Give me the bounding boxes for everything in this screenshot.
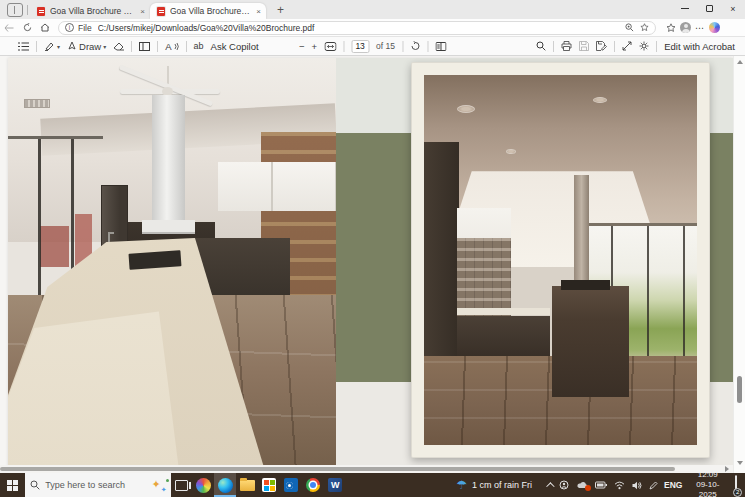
minimize-button[interactable]: [673, 0, 697, 17]
sound-waves-icon: [174, 42, 179, 51]
copilot-app-button[interactable]: [192, 473, 214, 497]
refresh-icon: [23, 23, 32, 32]
pen-tray-icon[interactable]: [649, 481, 658, 490]
search-placeholder: Type here to search: [45, 480, 146, 490]
taskbar-search-box[interactable]: Type here to search ✦ ✦: [25, 473, 170, 497]
restore-icon: [706, 5, 713, 12]
search-document-button[interactable]: [536, 41, 546, 51]
save-as-button[interactable]: [596, 41, 607, 51]
word-button[interactable]: W: [324, 473, 346, 497]
start-button[interactable]: [0, 473, 25, 497]
toolbar-separator: [343, 41, 344, 52]
add-text-button[interactable]: ab: [194, 41, 204, 51]
settings-more-button[interactable]: ⋯: [695, 23, 705, 33]
edit-with-acrobat-button[interactable]: Edit with Acrobat: [664, 41, 735, 52]
profile-avatar[interactable]: [680, 22, 691, 33]
highlight-button[interactable]: ▾: [44, 41, 60, 51]
kitchen-photo-left: [8, 58, 336, 467]
restore-button[interactable]: [697, 0, 721, 17]
favorite-star-icon[interactable]: [640, 23, 649, 32]
zoom-in-button[interactable]: +: [312, 41, 318, 52]
hidden-icons-chevron[interactable]: [546, 482, 554, 490]
tab-goa-villa-brochure[interactable]: Goa Villa Brochure.pdf ×: [150, 3, 266, 19]
scroll-down-arrow[interactable]: [737, 461, 743, 465]
notification-count-badge: 2: [733, 488, 742, 497]
copilot-color-icon: [196, 478, 211, 493]
page-number-input[interactable]: [351, 40, 369, 53]
windows-taskbar: Type here to search ✦ ✦ W ☂ 1 cm of rain…: [0, 473, 745, 497]
browser-window: Goa Villa Brochure -2.pdf × Goa Villa Br…: [0, 0, 745, 497]
vertical-scrollbar[interactable]: [733, 56, 745, 473]
draw-button[interactable]: Draw ▾: [67, 41, 106, 52]
scroll-right-arrow[interactable]: [725, 466, 729, 472]
chevron-down-icon: ▾: [103, 43, 106, 50]
pdf-page-13: [8, 58, 733, 467]
chrome-button[interactable]: [302, 473, 324, 497]
minimize-icon: [681, 8, 689, 9]
rotate-button[interactable]: [410, 41, 420, 51]
edge-app-button[interactable]: [214, 473, 236, 497]
save-as-icon: [596, 41, 607, 51]
tab-close-icon[interactable]: ×: [256, 7, 261, 16]
kitchen-island: [552, 286, 628, 397]
outlook-button[interactable]: [280, 473, 302, 497]
onedrive-tray-icon[interactable]: [576, 481, 588, 489]
zoom-page-icon[interactable]: [625, 23, 634, 32]
scroll-up-arrow[interactable]: [737, 60, 743, 64]
pdf-settings-button[interactable]: [639, 41, 649, 51]
vertical-scrollbar-thumb[interactable]: [737, 376, 742, 403]
read-aloud-button[interactable]: A: [165, 41, 178, 52]
language-indicator[interactable]: ENG: [664, 480, 682, 490]
microsoft-store-button[interactable]: [258, 473, 280, 497]
table-of-contents-button[interactable]: [18, 42, 29, 51]
fullscreen-button[interactable]: [622, 41, 632, 51]
horizontal-scrollbar[interactable]: [0, 465, 733, 473]
tab-goa-villa-brochure-2[interactable]: Goa Villa Brochure -2.pdf ×: [30, 3, 150, 19]
wall-cabinets: [218, 162, 336, 211]
fit-to-width-button[interactable]: [324, 42, 336, 51]
zoom-out-button[interactable]: −: [299, 41, 305, 52]
home-button[interactable]: [36, 20, 54, 36]
page-view-button[interactable]: [139, 42, 150, 51]
ceiling-light: [506, 149, 516, 154]
edge-icon: [218, 478, 233, 493]
back-button[interactable]: [0, 20, 18, 36]
page-layout-button[interactable]: [435, 42, 446, 51]
network-tray-icon[interactable]: [614, 481, 625, 490]
system-tray: [546, 480, 658, 490]
file-explorer-button[interactable]: [236, 473, 258, 497]
home-icon: [40, 23, 50, 32]
printer-icon: [561, 41, 572, 51]
new-tab-button[interactable]: +: [272, 3, 289, 17]
weather-widget[interactable]: ☂ 1 cm of rain Fri: [456, 478, 532, 492]
volume-tray-icon[interactable]: [632, 481, 642, 490]
tab-actions-button[interactable]: [7, 3, 23, 17]
page-info-icon[interactable]: i: [65, 23, 74, 32]
toolbar-separator: [131, 41, 132, 52]
print-button[interactable]: [561, 41, 572, 51]
favorites-bar-icon[interactable]: [666, 23, 676, 33]
battery-tray-icon[interactable]: [595, 481, 607, 489]
save-button[interactable]: [579, 41, 589, 51]
horizontal-scrollbar-thumb[interactable]: [0, 467, 675, 471]
close-button[interactable]: ×: [721, 0, 745, 17]
erase-button[interactable]: [113, 42, 124, 51]
toolbar-separator: [36, 41, 37, 52]
tall-cabinet: [424, 142, 459, 386]
tab-title: Goa Villa Brochure -2.pdf: [50, 6, 134, 16]
url-field[interactable]: i File C:/Users/mikej/Downloads/Goa%20Vi…: [58, 21, 656, 35]
copilot-icon[interactable]: [709, 22, 720, 33]
address-bar: i File C:/Users/mikej/Downloads/Goa%20Vi…: [0, 19, 745, 37]
action-center-button[interactable]: 2: [735, 476, 737, 494]
teams-tray-icon[interactable]: [559, 480, 569, 490]
tab-close-icon[interactable]: ×: [140, 7, 145, 16]
task-view-button[interactable]: [171, 473, 193, 497]
search-highlights-icon[interactable]: ✦ ✦: [152, 478, 166, 492]
draw-pen-icon: [67, 41, 77, 51]
chimney-hood: [152, 95, 185, 222]
toolbar-separator: [553, 41, 554, 52]
refresh-button[interactable]: [18, 20, 36, 36]
taskbar-clock[interactable]: 12:09 09-10-2025: [690, 470, 725, 497]
ask-copilot-button[interactable]: Ask Copilot: [211, 41, 259, 52]
add-text-icon: ab: [194, 41, 204, 51]
